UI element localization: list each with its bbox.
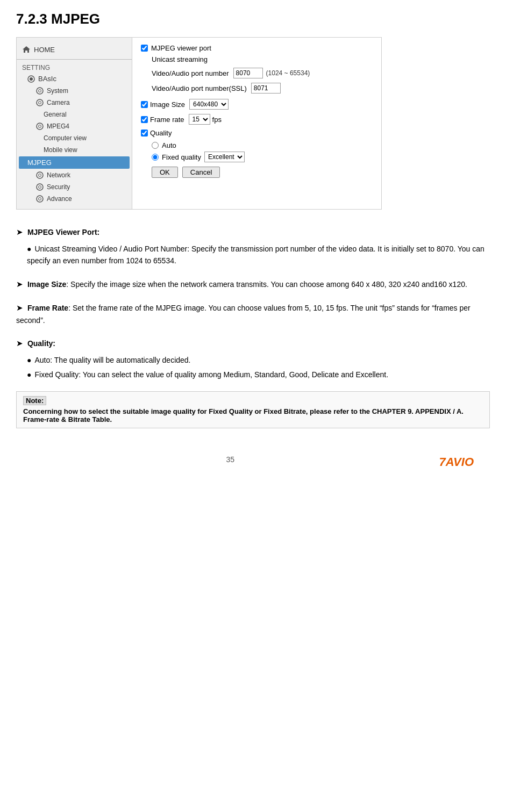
quality-row: Quality bbox=[141, 129, 373, 137]
system-label: System bbox=[47, 87, 68, 95]
note-box: Note: Concerning how to select the suita… bbox=[16, 391, 490, 428]
svg-point-11 bbox=[39, 186, 41, 189]
page-footer: 35 7AVIO bbox=[16, 450, 490, 469]
mjpeg-viewer-port-row: MJPEG viewer port bbox=[141, 44, 373, 52]
svg-point-5 bbox=[39, 102, 41, 104]
video-audio-ssl-label: Video/Audio port number(SSL) bbox=[152, 84, 247, 92]
sidebar-item-computer-view[interactable]: Computer view bbox=[17, 132, 132, 144]
unicast-desc: Unicast Streaming Video / Audio Port Num… bbox=[27, 245, 484, 265]
doc-quality: ➤ Quality: Auto: The quality will be aut… bbox=[16, 337, 490, 380]
mpeg4-label: MPEG4 bbox=[47, 123, 69, 130]
image-size-heading: Image Size bbox=[27, 280, 66, 289]
footer-logo: 7AVIO bbox=[439, 455, 474, 469]
mjpeg-viewer-port-heading: MJPEG Viewer Port: bbox=[27, 228, 99, 236]
video-audio-port-input[interactable] bbox=[233, 68, 263, 78]
sidebar-item-advance[interactable]: Advance bbox=[17, 193, 132, 205]
quality-fixed-label: Fixed quality bbox=[162, 153, 201, 161]
svg-point-1 bbox=[30, 77, 33, 81]
mjpeg-viewer-port-checkbox[interactable] bbox=[141, 45, 148, 52]
frame-rate-checkbox[interactable] bbox=[141, 116, 148, 123]
documentation: ➤ MJPEG Viewer Port: Unicast Streaming V… bbox=[16, 226, 490, 428]
home-label: HOME bbox=[34, 46, 55, 54]
basic-label: BAsIc bbox=[38, 75, 56, 83]
quality-auto-desc: Auto: The quality will be automatically … bbox=[34, 356, 190, 364]
home-icon bbox=[22, 45, 31, 54]
doc-image-size: ➤ Image Size: Specify the image size whe… bbox=[16, 278, 490, 291]
sidebar-item-basic[interactable]: BAsIc bbox=[17, 73, 132, 85]
quality-auto-radio[interactable] bbox=[152, 142, 159, 149]
quality-fixed-radio[interactable] bbox=[152, 154, 159, 161]
video-audio-port-row: Video/Audio port number (1024 ~ 65534) bbox=[141, 68, 373, 78]
main-content: MJPEG viewer port Unicast streaming Vide… bbox=[132, 38, 381, 209]
sidebar-item-camera[interactable]: Camera bbox=[17, 97, 132, 109]
frame-rate-desc: : Set the frame rate of the MJPEG image.… bbox=[16, 304, 471, 325]
frame-rate-label: Frame rate bbox=[150, 116, 184, 124]
sidebar-item-network[interactable]: Network bbox=[17, 169, 132, 181]
advance-label: Advance bbox=[47, 195, 72, 203]
quality-fixed-row: Fixed quality Medium Standard Good Delic… bbox=[152, 152, 373, 162]
svg-point-6 bbox=[37, 123, 43, 130]
sidebar-item-mobile-view[interactable]: Mobile view bbox=[17, 144, 132, 156]
port-range-label: (1024 ~ 65534) bbox=[266, 69, 310, 77]
arrow-prefix-4: ➤ bbox=[16, 339, 23, 348]
security-icon bbox=[36, 183, 44, 191]
mobile-view-label: Mobile view bbox=[44, 146, 77, 154]
svg-point-3 bbox=[39, 90, 41, 92]
sidebar-item-mjpeg[interactable]: MJPEG bbox=[19, 156, 130, 169]
image-size-checkbox[interactable] bbox=[141, 101, 148, 108]
frame-rate-select[interactable]: 5 10 15 bbox=[189, 114, 210, 125]
network-icon bbox=[36, 171, 44, 179]
svg-point-7 bbox=[39, 125, 41, 128]
svg-point-2 bbox=[37, 88, 43, 94]
frame-rate-row: Frame rate 5 10 15 fps bbox=[141, 114, 373, 125]
image-size-row: Image Size 640x480 320x240 160x120 bbox=[141, 99, 373, 110]
sidebar-item-mpeg4[interactable]: MPEG4 bbox=[17, 120, 132, 132]
ui-panel: HOME SETTING BAsIc bbox=[16, 37, 382, 210]
ok-button[interactable]: OK bbox=[152, 167, 178, 178]
advance-icon bbox=[36, 195, 44, 203]
sidebar-item-home[interactable]: HOME bbox=[17, 42, 132, 57]
sidebar: HOME SETTING BAsIc bbox=[17, 38, 132, 209]
camera-icon bbox=[36, 99, 44, 106]
svg-point-13 bbox=[39, 198, 41, 200]
video-audio-ssl-row: Video/Audio port number(SSL) bbox=[141, 83, 373, 94]
image-size-desc: : Specify the image size when the networ… bbox=[66, 280, 467, 289]
image-size-select[interactable]: 640x480 320x240 160x120 bbox=[189, 99, 229, 110]
page-title: 7.2.3 MJPEG bbox=[16, 11, 490, 27]
computer-view-label: Computer view bbox=[44, 134, 87, 142]
button-row: OK Cancel bbox=[152, 167, 373, 178]
unicast-streaming-row: Unicast streaming bbox=[141, 55, 373, 63]
unicast-streaming-label: Unicast streaming bbox=[152, 55, 208, 63]
svg-point-12 bbox=[37, 196, 43, 202]
mjpeg-label: MJPEG bbox=[27, 159, 52, 167]
svg-point-10 bbox=[37, 184, 43, 190]
mpeg4-icon bbox=[36, 123, 44, 130]
svg-point-8 bbox=[37, 172, 43, 178]
cancel-button[interactable]: Cancel bbox=[182, 167, 220, 178]
video-audio-port-label: Video/Audio port number bbox=[152, 69, 229, 77]
doc-frame-rate: ➤ Frame Rate: Set the frame rate of the … bbox=[16, 301, 490, 326]
arrow-prefix-3: ➤ bbox=[16, 303, 23, 312]
quality-fixed-desc: Fixed Quality: You can select the value … bbox=[34, 370, 388, 379]
video-audio-ssl-input[interactable] bbox=[251, 83, 281, 94]
note-text: Concerning how to select the suitable im… bbox=[23, 407, 483, 423]
quality-auto-row: Auto bbox=[152, 141, 373, 149]
frame-rate-heading: Frame Rate bbox=[27, 304, 68, 312]
page-number: 35 bbox=[226, 455, 235, 464]
quality-checkbox[interactable] bbox=[141, 130, 148, 136]
setting-label: SETTING bbox=[17, 62, 132, 73]
security-label: Security bbox=[47, 183, 70, 191]
sidebar-item-system[interactable]: System bbox=[17, 85, 132, 97]
camera-label: Camera bbox=[47, 99, 70, 106]
sidebar-item-general[interactable]: General bbox=[17, 109, 132, 120]
quality-label: Quality bbox=[150, 129, 172, 137]
note-label: Note: bbox=[23, 396, 46, 405]
sidebar-item-security[interactable]: Security bbox=[17, 181, 132, 193]
image-size-label: Image Size bbox=[150, 100, 185, 109]
quality-auto-label: Auto bbox=[162, 141, 176, 149]
quality-fixed-select[interactable]: Medium Standard Good Delicate Excellent bbox=[204, 152, 245, 162]
general-label: General bbox=[44, 111, 67, 118]
arrow-prefix-1: ➤ bbox=[16, 227, 23, 236]
svg-point-9 bbox=[39, 174, 41, 177]
quality-options: Auto Fixed quality Medium Standard Good … bbox=[152, 141, 373, 162]
